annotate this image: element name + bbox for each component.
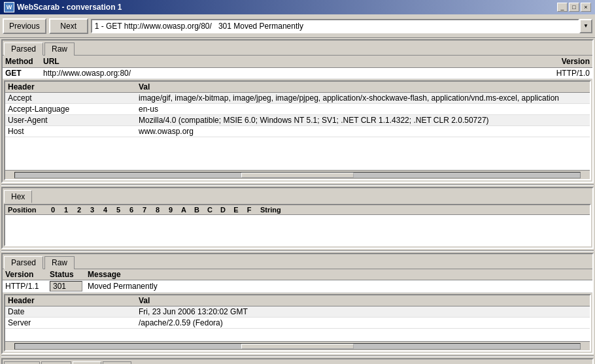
version-column-header: Version (562, 57, 590, 66)
response-headers-table: DateFri, 23 Jun 2006 13:20:02 GMTServer/… (5, 306, 590, 329)
table-row: DateFri, 23 Jun 2006 13:20:02 GMT (5, 306, 590, 318)
body-tab-xml[interactable]: XML (41, 361, 72, 364)
hex-content (5, 215, 590, 245)
body-section: HTML XML Text Hex (1, 358, 594, 364)
response-headers-panel: Header Val DateFri, 23 Jun 2006 13:20:02… (4, 294, 591, 352)
resp-message-value: Moved Permanently (88, 282, 158, 291)
hex-byte-label: 2 (73, 206, 85, 214)
method-value: GET (5, 69, 38, 78)
header-name: Host (5, 126, 136, 137)
resp-status-value: 301 (50, 281, 82, 291)
request-headers-scroll[interactable]: Acceptimage/gif, image/x-bitmap, image/j… (5, 93, 590, 170)
hex-byte-label: 6 (126, 206, 137, 214)
response-tab-bar: Parsed Raw (3, 254, 592, 269)
body-tab-html[interactable]: HTML (4, 361, 40, 364)
hex-byte-label: 9 (165, 206, 177, 214)
table-row: Accept-Languageen-us (5, 104, 590, 115)
window-title: WebScarab - conversation 1 (17, 3, 122, 12)
resp-version-header: Version (5, 270, 44, 279)
hex-byte-label: 5 (112, 206, 124, 214)
hex-position-label: Position (8, 206, 47, 214)
header-value: Mozilla/4.0 (compatible; MSIE 6.0; Windo… (136, 115, 590, 126)
previous-button[interactable]: Previous (3, 18, 46, 34)
hex-string-label: String (260, 206, 281, 214)
response-tab-raw[interactable]: Raw (44, 256, 75, 269)
hex-byte-label: F (243, 206, 255, 214)
hex-tab-bar: Hex (3, 188, 592, 203)
header-col-label: Header (8, 82, 139, 91)
url-combo: ▼ (91, 19, 592, 33)
hex-byte-label: B (191, 206, 203, 214)
resp-version-value: HTTP/1.1 (5, 282, 44, 291)
url-column-header: URL (43, 57, 556, 66)
resp-val-col-label: Val (139, 296, 587, 305)
header-value: www.owasp.org (136, 126, 590, 137)
response-tab-parsed[interactable]: Parsed (4, 256, 43, 269)
maximize-button[interactable]: □ (569, 3, 579, 12)
header-name: Server (5, 318, 136, 329)
request-headers-table: Acceptimage/gif, image/x-bitmap, image/j… (5, 93, 590, 137)
hex-byte-label: 4 (99, 206, 111, 214)
splitter-2[interactable] (1, 250, 594, 252)
header-name: Accept-Language (5, 104, 136, 115)
window-controls: _ □ × (557, 3, 591, 12)
val-col-label: Val (139, 82, 587, 91)
response-h-scrollbar[interactable] (5, 341, 590, 350)
hex-byte-label: D (217, 206, 229, 214)
hex-byte-label: A (178, 206, 190, 214)
table-row: Hostwww.owasp.org (5, 126, 590, 137)
header-value: /apache/2.0.59 (Fedora) (136, 318, 590, 329)
url-dropdown-button[interactable]: ▼ (579, 19, 592, 33)
minimize-button[interactable]: _ (557, 3, 568, 12)
splitter-3[interactable] (1, 356, 594, 357)
hex-byte-label: C (204, 206, 216, 214)
close-button[interactable]: × (581, 3, 591, 12)
hex-tab[interactable]: Hex (4, 190, 32, 203)
hex-header: Position 0123456789ABCDEF String (5, 205, 590, 215)
hex-byte-label: 7 (139, 206, 150, 214)
request-tab-parsed[interactable]: Parsed (4, 42, 43, 56)
hex-byte-label: E (230, 206, 242, 214)
body-tab-text[interactable]: Text (73, 361, 101, 364)
app-icon: W (4, 2, 14, 12)
h-scrollbar-track (14, 172, 581, 178)
header-name: Date (5, 306, 136, 318)
header-value: Fri, 23 Jun 2006 13:20:02 GMT (136, 306, 590, 318)
response-section: Parsed Raw Version Status Message HTTP/1… (1, 253, 594, 354)
hex-byte-label: 3 (86, 206, 98, 214)
body-tab-hex[interactable]: Hex (103, 361, 131, 364)
header-value: image/gif, image/x-bitmap, image/jpeg, i… (136, 93, 590, 104)
url-combobox-input[interactable] (91, 19, 579, 33)
hex-byte-label: 1 (60, 206, 72, 214)
next-button[interactable]: Next (49, 18, 88, 34)
body-tab-bar: HTML XML Text Hex (3, 359, 592, 364)
request-tab-raw[interactable]: Raw (44, 42, 75, 56)
hex-bytes-header: 0123456789ABCDEF (47, 206, 255, 214)
request-section: Parsed Raw Method URL Version GET http:/… (1, 39, 594, 183)
resp-status-header: Status (50, 270, 82, 279)
resp-h-scrollbar-thumb (241, 344, 354, 349)
h-scrollbar-thumb (241, 173, 354, 178)
hex-byte-label: 0 (47, 206, 59, 214)
response-headers-scroll[interactable]: DateFri, 23 Jun 2006 13:20:02 GMTServer/… (5, 306, 590, 341)
hex-byte-label: 8 (152, 206, 163, 214)
header-value: en-us (136, 104, 590, 115)
url-value: http://www.owasp.org:80/ (43, 69, 551, 78)
request-h-scrollbar[interactable] (5, 170, 590, 179)
request-tab-bar: Parsed Raw (3, 41, 592, 55)
resp-message-header: Message (88, 270, 121, 279)
main-area: Parsed Raw Method URL Version GET http:/… (0, 38, 595, 364)
toolbar: Previous Next ▼ (0, 14, 595, 38)
header-name: Accept (5, 93, 136, 104)
table-row: Acceptimage/gif, image/x-bitmap, image/j… (5, 93, 590, 104)
method-column-header: Method (5, 57, 38, 66)
table-row: User-AgentMozilla/4.0 (compatible; MSIE … (5, 115, 590, 126)
request-headers-panel: Header Val Acceptimage/gif, image/x-bitm… (4, 80, 591, 180)
table-row: Server/apache/2.0.59 (Fedora) (5, 318, 590, 329)
resp-h-scrollbar-track (14, 343, 581, 350)
hex-section: Hex Position 0123456789ABCDEF String (1, 187, 594, 249)
header-name: User-Agent (5, 115, 136, 126)
hex-panel: Position 0123456789ABCDEF String (4, 204, 591, 246)
splitter-1[interactable] (1, 184, 594, 186)
resp-header-col-label: Header (8, 296, 139, 305)
